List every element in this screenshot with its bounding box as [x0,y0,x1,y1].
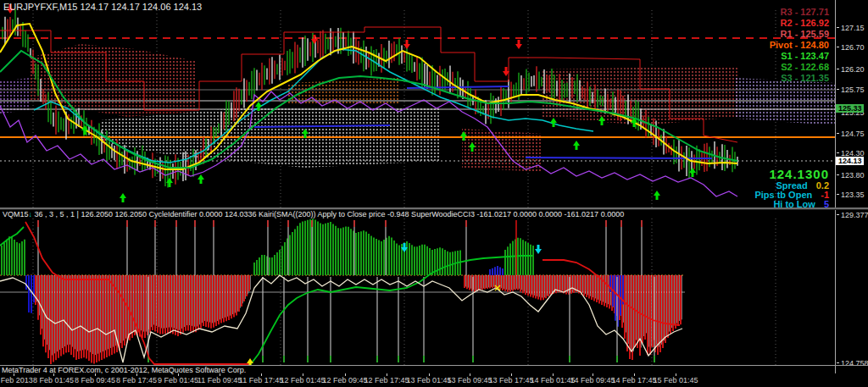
chart-title-ohlc: EURJPYFXF,M15 124.17 124.17 124.06 124.1… [3,2,202,12]
price-axis[interactable]: 127.15126.70126.20125.75125.25124.75124.… [835,0,868,387]
buy-signal-arrow-icon [166,178,173,187]
indicator-bar-segment: VQM15 [3,210,29,218]
indicator-bar-segment: 36 , 3 , 5 , 1 | 126.2050 126.2050 Cycle… [32,210,624,218]
pivot-legend-item: R1 - 125.59 [770,29,829,40]
info-row-label: Hi to Low [773,200,815,209]
time-label: 9 Feb 01:45 [158,376,198,384]
time-label: 11 Feb 09:45 [198,376,242,384]
buy-signal-arrow-icon [573,141,580,150]
pivot-legend-item: S1 - 123.47 [770,51,829,62]
time-label: 12 Feb 09:45 [322,376,367,384]
indicator-values-bar: VQM15↓ 36 , 3 , 5 , 1 | 126.2050 126.205… [3,210,624,218]
pivot-legend-item: Pivot - 124.80 [770,40,829,51]
current-price-badge: 124.13 [836,157,864,165]
axis-label: 127.15 [841,24,865,32]
buy-signal-arrow-icon [654,191,660,200]
axis-label: 123.35 [841,191,865,199]
sell-signal-arrow-icon [311,35,318,44]
main-price-chart[interactable] [0,0,835,209]
price-info-box: 124.1300 Spread0.2Pips tb Open-1Hi to Lo… [754,167,829,209]
time-label: 12 Feb 01:45 [280,376,325,384]
time-label: 13 Feb 17:45 [488,376,533,384]
sell-signal-arrow-icon [535,245,542,254]
axis-label: 125.75 [841,86,865,94]
time-label: 14 Feb 17:45 [611,376,656,384]
time-label: 12 Feb 17:45 [364,376,409,384]
mt4-chart-window: EURJPYFXF,M15 124.17 124.17 124.06 124.1… [0,0,868,387]
time-label: 8 Feb 17:45 [116,376,157,384]
buy-signal-arrow-icon [689,168,696,177]
axis-label: 126.70 [841,43,865,52]
platform-credit: MetaTrader 4 at FOREX.com, c 2001-2012, … [2,366,246,374]
time-label: 14 Feb 09:45 [570,376,615,384]
sub-axis-max-label: 129.377 [841,211,868,219]
time-label: 11 Feb 17:45 [239,376,283,384]
info-row-value: 5 [824,200,829,209]
highlighted-price-badge: 125.33 [836,104,864,113]
time-label: 7 Feb 2013 [0,376,33,384]
time-label: 8 Feb 01:45 [33,376,74,384]
buy-signal-arrow-icon [550,118,557,127]
price-info-row: Hi to Low5 [754,200,829,209]
buy-signal-arrow-icon [198,174,204,184]
buy-signal-arrow-icon [81,125,88,135]
pivot-legend-item: R3 - 127.71 [770,7,829,18]
buy-signal-arrow-icon [120,193,126,202]
time-label: 15 Feb 01:45 [653,376,698,384]
axis-label: 126.20 [841,65,865,74]
axis-label: 123.80 [841,171,865,180]
time-label: 13 Feb 09:45 [447,376,492,384]
pivot-legend-item: R2 - 126.92 [770,18,829,29]
time-label: 14 Feb 01:45 [530,376,575,384]
sub-axis-min-label: 124.758 [841,359,868,368]
pivot-legend-item: S3 - 121.35 [770,73,829,84]
time-label: 13 Feb 01:45 [406,376,451,384]
time-axis[interactable]: 7 Feb 20138 Feb 01:458 Feb 09:458 Feb 17… [0,373,868,387]
indicator-subchart[interactable] [0,209,835,366]
current-price-readout: 124.1300 [754,167,829,181]
time-label: 8 Feb 09:45 [75,376,115,384]
sell-signal-arrow-icon [515,40,522,49]
price-info-rows: Spread0.2Pips tb Open-1Hi to Low5 [754,181,829,209]
pivot-levels-legend: R3 - 127.71R2 - 126.92R1 - 125.59Pivot -… [770,7,829,84]
axis-label: 124.75 [841,130,865,138]
pivot-legend-item: S2 - 122.68 [770,62,829,73]
